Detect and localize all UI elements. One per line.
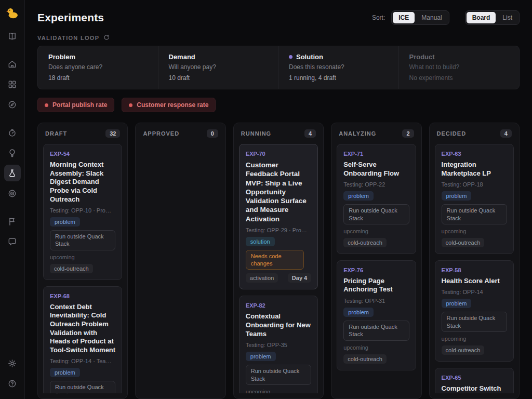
- metric-label: Portal publish rate: [52, 101, 107, 109]
- stage-name: Demand: [169, 53, 268, 61]
- column-count-badge: 2: [402, 129, 414, 138]
- column-cards: EXP-71Self-Serve Onboarding FlowTesting:…: [337, 144, 416, 370]
- stage-question: What not to build?: [409, 63, 509, 71]
- stage-status: No experiments: [409, 74, 509, 82]
- stage-demand[interactable]: Demand Will anyone pay? 10 draft: [158, 46, 279, 89]
- book-icon[interactable]: [4, 28, 21, 44]
- experiment-id: EXP-70: [246, 151, 265, 157]
- duck-logo[interactable]: [5, 5, 20, 21]
- constraint-chip: Run outside Quack Stack: [50, 230, 115, 250]
- column-header: DRAFT 32: [43, 128, 122, 139]
- home-icon[interactable]: [4, 56, 21, 72]
- stage-chip: activation: [246, 273, 278, 283]
- experiment-card[interactable]: EXP-82Contextual Onboarding for New Team…: [239, 296, 318, 393]
- validation-loop-label: VALIDATION LOOP: [37, 35, 99, 41]
- stage-name: Product: [409, 53, 509, 61]
- sort-toggle-group: ICE Manual: [391, 10, 449, 25]
- refresh-icon[interactable]: [103, 34, 110, 41]
- column-analyzing: ANALYZING 2 EXP-71Self-Serve Onboarding …: [331, 123, 421, 399]
- constraint-chip: Run outside Quack Stack: [246, 365, 311, 385]
- stage-solution[interactable]: Solution Does this resonate? 1 running, …: [278, 46, 399, 89]
- sort-label: Sort:: [372, 14, 385, 21]
- experiment-card[interactable]: EXP-70Customer Feedback Portal MVP: Ship…: [239, 144, 318, 289]
- metric-pill-portal-publish-rate[interactable]: Portal publish rate: [37, 98, 114, 112]
- help-icon[interactable]: [4, 375, 21, 392]
- active-stage-dot: [289, 55, 292, 59]
- timer-icon[interactable]: [4, 124, 21, 141]
- type-tag: problem: [442, 299, 472, 308]
- validation-loop-strip: Problem Does anyone care? 18 draft Deman…: [37, 46, 520, 89]
- lightbulb-icon[interactable]: [4, 144, 21, 161]
- channel-chip: cold-outreach: [343, 238, 387, 247]
- type-tag: problem: [246, 352, 276, 361]
- settings-icon[interactable]: [4, 355, 21, 371]
- constraint-chip: Run outside Quack Stack: [50, 381, 115, 393]
- column-decided: DECIDED 4 EXP-63Integration Marketplace …: [429, 123, 520, 399]
- experiment-card[interactable]: EXP-76Pricing Page Anchoring TestTesting…: [337, 260, 416, 370]
- sort-ice-button[interactable]: ICE: [393, 12, 415, 23]
- experiment-title: Integration Marketplace LP: [442, 161, 507, 178]
- view-list-button[interactable]: List: [497, 12, 518, 23]
- column-header: RUNNING 4: [239, 128, 318, 139]
- type-tag: solution: [246, 237, 275, 246]
- experiment-card[interactable]: EXP-54Morning Context Assembly: Slack Di…: [43, 144, 122, 280]
- column-header: ANALYZING 2: [337, 128, 416, 139]
- stage-question: Does this resonate?: [289, 63, 388, 71]
- flag-icon[interactable]: [4, 213, 21, 230]
- experiment-title: Morning Context Assembly: Slack Digest D…: [50, 161, 115, 204]
- column-approved: APPROVED 0: [135, 123, 225, 399]
- experiment-id: EXP-71: [343, 151, 363, 157]
- experiment-title: Customer Feedback Portal MVP: Ship a Liv…: [246, 161, 311, 223]
- metric-pill-row: Portal publish rate Customer response ra…: [37, 98, 520, 112]
- metric-label: Customer response rate: [137, 101, 208, 109]
- view-board-button[interactable]: Board: [467, 12, 496, 23]
- metric-dot-icon: [45, 103, 48, 107]
- header-controls: Sort: ICE Manual Board List: [372, 10, 520, 25]
- experiment-card[interactable]: EXP-63Integration Marketplace LPTesting:…: [435, 144, 514, 254]
- experiment-id: EXP-68: [50, 293, 70, 299]
- type-tag: problem: [50, 368, 80, 377]
- experiment-testing: Testing: OPP-35: [246, 342, 287, 348]
- experiment-id: EXP-54: [50, 151, 70, 157]
- column-title: RUNNING: [241, 130, 271, 137]
- column-running: RUNNING 4 EXP-70Customer Feedback Portal…: [233, 123, 324, 399]
- stage-status: 1 running, 4 draft: [289, 74, 388, 82]
- channel-chip: cold-outreach: [442, 345, 485, 355]
- flask-icon[interactable]: [4, 165, 21, 181]
- experiment-title: Self-Serve Onboarding Flow: [343, 161, 409, 178]
- stage-status: 10 draft: [169, 74, 268, 82]
- target-icon[interactable]: [4, 185, 21, 202]
- compass-icon[interactable]: [4, 96, 21, 113]
- chat-icon[interactable]: [4, 233, 21, 250]
- stage-problem[interactable]: Problem Does anyone care? 18 draft: [38, 46, 158, 89]
- constraint-chip: Run outside Quack Stack: [442, 312, 507, 332]
- dashboard-icon[interactable]: [4, 76, 21, 92]
- experiment-testing: Testing: OPP-14 · Tea…: [50, 358, 111, 364]
- status-label: upcoming: [50, 254, 75, 260]
- experiment-id: EXP-63: [442, 151, 461, 157]
- column-title: DECIDED: [437, 130, 467, 137]
- type-tag: problem: [343, 308, 374, 317]
- stage-name: Problem: [48, 53, 148, 61]
- metric-pill-customer-response-rate[interactable]: Customer response rate: [122, 98, 216, 112]
- metric-dot-icon: [129, 103, 132, 107]
- stage-product[interactable]: Product What not to build? No experiment…: [399, 46, 520, 89]
- experiment-card[interactable]: EXP-68Context Debt Inevitability: Cold O…: [43, 286, 122, 393]
- experiment-testing: Testing: OPP-10 · Pro…: [50, 207, 111, 214]
- experiment-testing: Testing: OPP-22: [343, 181, 385, 188]
- column-header: DECIDED 4: [435, 128, 514, 139]
- stage-name: Solution: [289, 53, 388, 61]
- view-toggle-group: Board List: [465, 10, 520, 25]
- sidebar: [0, 0, 25, 399]
- type-tag: problem: [343, 191, 374, 201]
- status-label: upcoming: [442, 336, 467, 342]
- sort-manual-button[interactable]: Manual: [416, 12, 447, 23]
- experiment-card[interactable]: EXP-65Competitor Switch IncentiveTesting…: [435, 368, 514, 393]
- column-title: DRAFT: [45, 130, 67, 137]
- column-title: APPROVED: [143, 130, 179, 137]
- card-footer: activationDay 4: [246, 273, 311, 283]
- column-title: ANALYZING: [339, 130, 376, 137]
- experiment-card[interactable]: EXP-71Self-Serve Onboarding FlowTesting:…: [337, 144, 416, 254]
- experiment-card[interactable]: EXP-58Health Score AlertTesting: OPP-14p…: [435, 260, 514, 362]
- type-tag: problem: [50, 217, 80, 227]
